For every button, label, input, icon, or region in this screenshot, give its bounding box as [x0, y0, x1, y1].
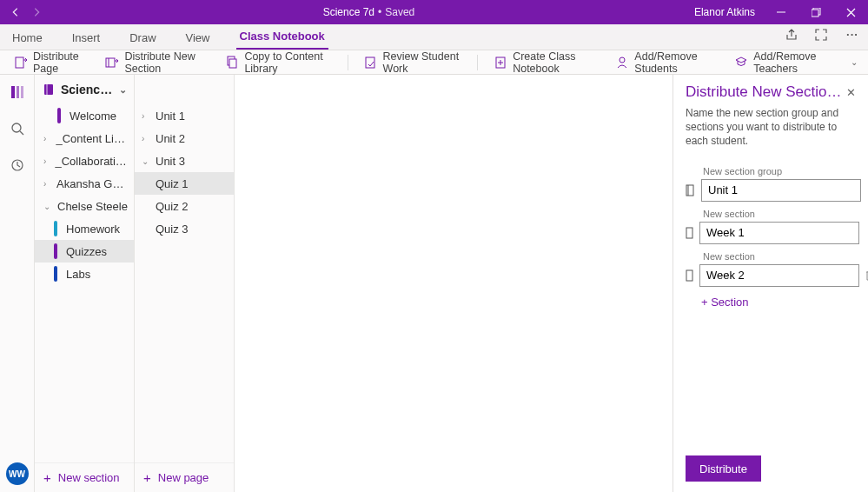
- section-label: Akansha Gupta: [56, 177, 129, 190]
- distribute-section-icon: [105, 56, 119, 70]
- cmd-copy-content-library[interactable]: Copy to Content Library: [220, 48, 336, 77]
- svg-rect-11: [17, 86, 19, 98]
- section-label: _Content Library: [56, 132, 129, 145]
- tab-insert[interactable]: Insert: [69, 26, 104, 50]
- chevron-right-icon: ›: [43, 134, 52, 143]
- share-icon[interactable]: [785, 28, 802, 42]
- section-input-2[interactable]: [699, 264, 859, 287]
- distribute-button[interactable]: Distribute: [686, 455, 761, 482]
- add-section-button[interactable]: + Section: [701, 296, 856, 309]
- svg-rect-20: [686, 228, 692, 238]
- svg-rect-3: [16, 57, 23, 68]
- new-page-button[interactable]: + New page: [135, 462, 234, 492]
- section-color-bar: [54, 266, 57, 282]
- section-collaboration[interactable]: › _Collaboration S...: [35, 150, 134, 172]
- section-color-bar: [57, 108, 61, 123]
- page-item[interactable]: Quiz 3: [135, 217, 234, 240]
- delete-section-icon[interactable]: [865, 269, 868, 282]
- section-input-1[interactable]: [699, 222, 859, 244]
- fullscreen-icon[interactable]: [814, 28, 832, 42]
- title-bar: Science 7d • Saved Elanor Atkins: [0, 0, 868, 24]
- cmd-add-remove-teachers[interactable]: Add/Remove Teachers: [729, 48, 842, 77]
- page-item[interactable]: Quiz 1: [135, 172, 234, 195]
- navigation-icon[interactable]: [5, 80, 30, 104]
- cmd-distribute-new-section[interactable]: Distribute New Section: [100, 48, 213, 77]
- unit-item[interactable]: › Unit 2: [135, 127, 234, 150]
- svg-point-13: [12, 123, 21, 132]
- tab-home[interactable]: Home: [9, 26, 46, 50]
- section-group-icon: [686, 184, 696, 196]
- user-name[interactable]: Elanor Atkins: [686, 6, 764, 18]
- pages-column: › Unit 1 › Unit 2 ⌄ Unit 3 Quiz 1 Quiz 2…: [135, 75, 235, 492]
- section-group-input[interactable]: [701, 179, 861, 202]
- svg-rect-17: [46, 84, 48, 95]
- page-canvas[interactable]: [235, 75, 673, 492]
- unit-label: Unit 2: [156, 132, 185, 145]
- section-student-akansha[interactable]: › Akansha Gupta: [35, 172, 134, 195]
- new-page-label: New page: [158, 471, 209, 484]
- panel-description: Name the new section group and sections …: [686, 106, 856, 149]
- back-button[interactable]: [5, 0, 26, 24]
- chevron-right-icon: ›: [43, 179, 53, 189]
- svg-rect-18: [686, 185, 693, 196]
- search-icon[interactable]: [5, 116, 30, 141]
- cmd-review-student-work[interactable]: Review Student Work: [359, 48, 467, 77]
- page-label: Quiz 3: [156, 223, 189, 236]
- chevron-down-icon: ⌄: [119, 84, 127, 96]
- tab-draw[interactable]: Draw: [126, 26, 159, 50]
- cmd-distribute-page[interactable]: Distribute Page: [9, 48, 93, 77]
- section-welcome[interactable]: Welcome: [35, 104, 134, 127]
- unit-item[interactable]: › Unit 1: [135, 104, 234, 127]
- svg-rect-16: [44, 84, 53, 95]
- more-icon[interactable]: ···: [844, 28, 861, 42]
- close-button[interactable]: [833, 0, 868, 24]
- distribute-section-panel: Distribute New Section G... ✕ Name the n…: [673, 75, 868, 492]
- page-item[interactable]: Quiz 2: [135, 195, 234, 217]
- new-section-button[interactable]: + New section: [35, 462, 134, 492]
- ribbon: Distribute Page Distribute New Section C…: [0, 50, 868, 75]
- subsection-quizzes[interactable]: Quizzes: [35, 240, 134, 263]
- panel-title: Distribute New Section G...: [686, 83, 842, 101]
- notebook-header[interactable]: Science 7d ⌄: [35, 75, 134, 104]
- section-label: _Collaboration S...: [55, 155, 129, 168]
- section-color-bar: [54, 243, 57, 259]
- subsection-labs[interactable]: Labs: [35, 263, 134, 285]
- unit-item[interactable]: ⌄ Unit 3: [135, 150, 234, 172]
- panel-close-button[interactable]: ✕: [846, 86, 856, 99]
- students-icon: [615, 56, 629, 70]
- user-avatar[interactable]: WW: [6, 462, 29, 485]
- notebook-icon: [42, 83, 56, 96]
- section-label: Labs: [66, 268, 90, 281]
- cmd-label: Review Student Work: [383, 50, 462, 75]
- page-label: Quiz 2: [156, 200, 189, 213]
- section-content-library[interactable]: › _Content Library: [35, 127, 134, 150]
- chevron-down-icon: ⌄: [851, 57, 858, 67]
- minimize-button[interactable]: [764, 0, 798, 24]
- cmd-add-remove-students[interactable]: Add/Remove Students: [610, 48, 722, 77]
- section-label: Welcome: [70, 110, 116, 123]
- chevron-down-icon: ⌄: [142, 156, 152, 166]
- tab-class-notebook[interactable]: Class Notebook: [236, 24, 328, 50]
- unit-label: Unit 1: [156, 110, 185, 123]
- section-student-chelse[interactable]: ⌄ Chelse Steele: [35, 195, 134, 217]
- subsection-homework[interactable]: Homework: [35, 217, 134, 240]
- field-label-group: New section group: [703, 166, 856, 176]
- cmd-dropdown[interactable]: ⌄: [849, 55, 859, 70]
- tabs-bar: Home Insert Draw View Class Notebook ···: [0, 24, 868, 50]
- cmd-create-class-notebook[interactable]: Create Class Notebook: [488, 48, 603, 77]
- chevron-down-icon: ⌄: [43, 202, 54, 211]
- section-label: Homework: [66, 223, 120, 236]
- chevron-right-icon: ›: [142, 111, 152, 121]
- section-icon: [686, 227, 694, 239]
- unit-label: Unit 3: [156, 155, 185, 168]
- cmd-label: Copy to Content Library: [244, 50, 331, 75]
- recent-icon[interactable]: [5, 153, 30, 177]
- teachers-icon: [734, 56, 748, 70]
- tab-view[interactable]: View: [182, 26, 214, 50]
- forward-button[interactable]: [26, 0, 47, 24]
- restore-button[interactable]: [798, 0, 833, 24]
- new-section-label: New section: [58, 471, 120, 484]
- distribute-page-icon: [14, 56, 28, 70]
- svg-rect-10: [11, 86, 15, 98]
- save-status: Saved: [385, 6, 414, 18]
